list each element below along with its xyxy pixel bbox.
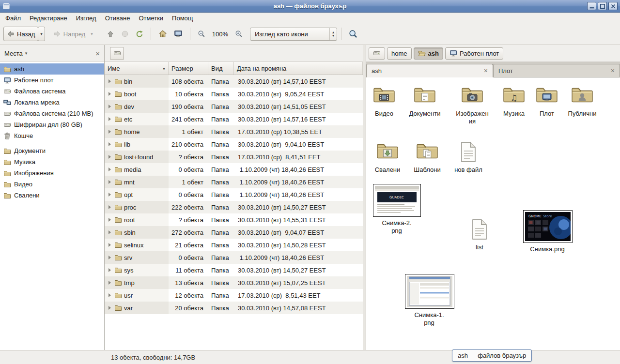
column-header-name[interactable]: Име▾ [105, 62, 169, 75]
file-item-templates[interactable]: Шаблони [408, 140, 447, 174]
close-button[interactable] [608, 2, 618, 10]
tab-desktop[interactable]: Плот× [493, 64, 620, 77]
menu-help[interactable]: Помощ [168, 13, 197, 23]
menu-file[interactable]: Файл [1, 13, 25, 23]
menu-edit[interactable]: Редактиране [25, 13, 72, 23]
file-item-snimka-1[interactable]: Снимка-1. png [405, 274, 453, 327]
expander-icon[interactable] [108, 105, 111, 108]
sidebar-item-filesystem-210mb[interactable]: Файлова система (210 MB) [0, 108, 104, 119]
file-row-proc[interactable]: proc222 обектаПапка30.03.2010 (вт) 14,50… [105, 201, 363, 213]
expander-icon[interactable] [108, 79, 111, 83]
expander-icon[interactable] [108, 193, 111, 197]
sidebar-item-trash[interactable]: Кошче [0, 130, 104, 141]
file-item-list[interactable]: list [460, 218, 499, 251]
path-button-filesystem-root[interactable] [110, 47, 124, 60]
sidebar-item-encrypted-80gb[interactable]: Шифриран дял (80 GB) [0, 119, 104, 130]
zoom-in-button[interactable] [232, 27, 246, 41]
pane-splitter[interactable] [363, 45, 366, 350]
file-item-new-file[interactable]: нов файл [449, 140, 488, 174]
sidebar-close-button[interactable]: × [95, 50, 100, 57]
file-row-boot[interactable]: boot10 обектаПапка30.03.2010 (вт) 9,05,2… [105, 88, 363, 100]
expander-icon[interactable] [108, 205, 111, 209]
file-row-srv[interactable]: srv0 обектаПапка 1.10.2009 (чт) 18,40,26… [105, 251, 363, 264]
file-row-lost+found[interactable]: lost+found? обектаПапка17.03.2010 (ср) 8… [105, 151, 363, 163]
file-item-videos[interactable]: Видео [366, 84, 403, 118]
file-row-var[interactable]: var20 обектаПапка30.03.2010 (вт) 14,57,0… [105, 302, 363, 314]
file-item-pictures[interactable]: Изображен ия [453, 84, 492, 125]
file-row-lib[interactable]: lib210 обектаПапка30.03.2010 (вт) 9,04,1… [105, 138, 363, 151]
icon-view[interactable]: ВидеоДокументиИзображен ия♫МузикаПлотПуб… [366, 77, 620, 350]
sidebar-item-ash[interactable]: ash [0, 63, 104, 75]
file-item-snimka[interactable]: GNOMEStoreСнимка.png [523, 210, 572, 253]
file-row-mnt[interactable]: mnt1 обектПапка 1.10.2009 (чт) 18,40,26 … [105, 176, 363, 188]
expander-icon[interactable] [108, 218, 111, 222]
menu-view[interactable]: Изглед [72, 13, 101, 23]
stop-button[interactable] [118, 27, 132, 41]
zoom-out-button[interactable] [194, 27, 209, 41]
column-header-size[interactable]: Размер [169, 62, 208, 75]
expander-icon[interactable] [108, 230, 111, 234]
column-header-date[interactable]: Дата на промяна [234, 62, 363, 75]
expander-icon[interactable] [108, 130, 111, 134]
file-row-sbin[interactable]: sbin272 обектаПапка30.03.2010 (вт) 9,04,… [105, 226, 363, 239]
file-row-opt[interactable]: opt0 обектаПапка 1.10.2009 (чт) 18,40,26… [105, 188, 363, 201]
tab-close-button[interactable]: × [484, 67, 488, 74]
sidebar-item-downloads[interactable]: Свалени [0, 190, 104, 201]
view-mode-select[interactable]: Изглед като икони ▴▾ [250, 28, 337, 41]
chevron-down-icon[interactable]: ▾ [25, 51, 28, 56]
expander-icon[interactable] [108, 281, 111, 285]
expander-icon[interactable] [108, 167, 111, 171]
expander-icon[interactable] [108, 293, 111, 297]
expander-icon[interactable] [108, 142, 111, 146]
computer-button[interactable] [170, 27, 186, 41]
menu-go[interactable]: Отиване [101, 13, 135, 23]
sidebar-item-network[interactable]: Локална мрежа [0, 97, 104, 108]
file-row-media[interactable]: media0 обектаПапка 1.10.2009 (чт) 18,40,… [105, 163, 363, 176]
expander-icon[interactable] [108, 92, 111, 96]
expander-icon[interactable] [108, 243, 111, 247]
path-button-desktop[interactable]: Работен плот [445, 47, 503, 60]
file-row-root[interactable]: root? обектаПапка30.03.2010 (вт) 14,55,3… [105, 213, 363, 226]
expander-icon[interactable] [108, 268, 111, 272]
minimize-button[interactable] [587, 2, 596, 10]
sidebar-item-music[interactable]: Музика [0, 156, 104, 167]
file-row-etc[interactable]: etc241 обектаПапка30.03.2010 (вт) 14,57,… [105, 113, 363, 125]
maximize-button[interactable] [598, 2, 607, 10]
expander-icon[interactable] [108, 155, 111, 159]
tab-ash[interactable]: ash× [366, 64, 493, 77]
expander-icon[interactable] [108, 180, 111, 184]
forward-history-dropdown[interactable]: ▾ [88, 27, 95, 41]
sidebar-item-pictures[interactable]: Изображения [0, 167, 104, 179]
sidebar-item-desktop[interactable]: Работен плот [0, 75, 104, 86]
file-item-snimka-2[interactable]: GUADECСнимка-2. png [372, 184, 421, 235]
back-history-dropdown[interactable]: ▾ [38, 27, 45, 41]
expander-icon[interactable] [108, 117, 111, 121]
file-row-tmp[interactable]: tmp13 обектаПапка30.03.2010 (вт) 15,07,2… [105, 276, 363, 289]
reload-button[interactable] [132, 27, 147, 41]
home-button[interactable] [155, 27, 170, 41]
path-button-root[interactable] [369, 47, 385, 60]
file-row-usr[interactable]: usr12 обектаПапка17.03.2010 (ср) 8,51,43… [105, 289, 363, 302]
expander-icon[interactable] [108, 306, 111, 310]
up-button[interactable] [103, 27, 118, 41]
forward-button[interactable]: Напред [50, 27, 89, 41]
file-row-bin[interactable]: bin108 обектаПапка30.03.2010 (вт) 14,57,… [105, 75, 363, 88]
sidebar-item-videos[interactable]: Видео [0, 179, 104, 190]
file-item-documents[interactable]: Документи [405, 84, 444, 118]
file-row-dev[interactable]: dev190 обектаПапка30.03.2010 (вт) 14,51,… [105, 100, 363, 113]
file-row-selinux[interactable]: selinux21 обектаПапка30.03.2010 (вт) 14,… [105, 239, 363, 251]
file-row-home[interactable]: home1 обектПапка17.03.2010 (ср) 10,38,55… [105, 125, 363, 138]
path-button-ash[interactable]: ash [414, 47, 443, 60]
back-button[interactable]: Назад [3, 27, 38, 41]
tab-close-button[interactable]: × [611, 67, 615, 74]
path-button-home[interactable]: home [387, 47, 412, 60]
expander-icon[interactable] [108, 256, 111, 259]
search-button[interactable] [345, 27, 361, 41]
file-row-sys[interactable]: sys11 обектаПапка30.03.2010 (вт) 14,50,2… [105, 264, 363, 276]
sidebar-item-filesystem[interactable]: Файлова система [0, 86, 104, 97]
file-item-downloads[interactable]: Свалени [368, 140, 407, 174]
titlebar[interactable]: ash — файлов браузър [0, 0, 620, 13]
menu-bookmarks[interactable]: Отметки [134, 13, 168, 23]
file-item-desktop[interactable]: Плот [527, 84, 566, 118]
column-header-type[interactable]: Вид [208, 62, 234, 75]
